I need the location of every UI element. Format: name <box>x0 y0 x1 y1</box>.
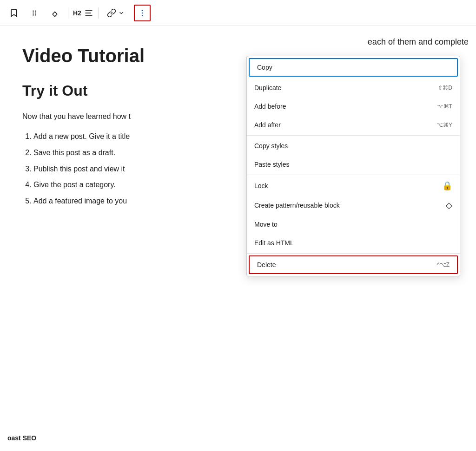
delete-shortcut: ^⌥Z <box>437 261 450 268</box>
svg-point-11 <box>142 15 143 16</box>
separator-1 <box>68 7 68 19</box>
top-right-text: each of them and complete <box>360 33 476 51</box>
menu-item-copy[interactable]: Copy <box>249 58 458 77</box>
link-icon <box>107 8 116 18</box>
bookmark-button[interactable] <box>6 5 22 21</box>
duplicate-label: Duplicate <box>254 84 281 92</box>
menu-item-duplicate[interactable]: Duplicate ⇧⌘D <box>247 78 460 97</box>
delete-label: Delete <box>257 261 276 268</box>
add-before-shortcut: ⌥⌘T <box>437 103 452 110</box>
svg-point-10 <box>142 12 143 13</box>
add-after-label: Add after <box>254 121 281 129</box>
create-pattern-label: Create pattern/reusable block <box>254 202 340 209</box>
menu-item-add-before[interactable]: Add before ⌥⌘T <box>247 97 460 116</box>
bottom-plugin-label: oast SEO <box>0 431 44 445</box>
move-up-down-button[interactable] <box>46 5 63 21</box>
menu-item-lock[interactable]: Lock 🔒 <box>247 176 460 196</box>
diamond-icon: ◇ <box>446 200 452 210</box>
separator-2 <box>98 7 99 19</box>
up-down-arrows-icon <box>50 8 60 18</box>
menu-item-move-to[interactable]: Move to <box>247 215 460 234</box>
menu-item-delete[interactable]: Delete ^⌥Z <box>249 255 458 274</box>
divider-3 <box>247 253 460 254</box>
svg-point-1 <box>35 10 36 12</box>
move-to-label: Move to <box>254 221 278 228</box>
svg-point-4 <box>33 14 34 15</box>
menu-item-add-after[interactable]: Add after ⌥⌘Y <box>247 116 460 134</box>
duplicate-shortcut: ⇧⌘D <box>438 85 452 91</box>
heading-type-indicator: H2 <box>73 8 93 18</box>
add-after-shortcut: ⌥⌘Y <box>436 122 452 128</box>
link-button[interactable] <box>103 5 128 21</box>
paste-styles-label: Paste styles <box>254 161 289 168</box>
block-toolbar: H2 <box>0 0 476 26</box>
svg-point-2 <box>33 12 34 13</box>
copy-label: Copy <box>257 64 272 71</box>
bookmark-icon <box>9 8 19 18</box>
add-before-label: Add before <box>254 103 286 110</box>
three-dots-vertical-icon <box>138 8 147 18</box>
svg-point-9 <box>142 9 143 11</box>
lock-label: Lock <box>254 182 268 190</box>
copy-styles-label: Copy styles <box>254 142 288 150</box>
lock-icon: 🔒 <box>442 181 452 191</box>
svg-point-0 <box>33 10 34 12</box>
menu-item-paste-styles[interactable]: Paste styles <box>247 155 460 174</box>
drag-icon <box>30 8 39 18</box>
chevron-down-icon <box>118 10 125 16</box>
edit-html-label: Edit as HTML <box>254 239 294 247</box>
menu-item-copy-styles[interactable]: Copy styles <box>247 137 460 155</box>
context-menu: Copy Duplicate ⇧⌘D Add before ⌥⌘T Add af… <box>246 56 460 276</box>
more-options-button[interactable] <box>134 5 151 21</box>
divider-2 <box>247 175 460 175</box>
menu-item-edit-html[interactable]: Edit as HTML <box>247 234 460 252</box>
drag-handle-button[interactable] <box>26 5 43 21</box>
divider-1 <box>247 135 460 136</box>
heading-align-icon <box>84 8 93 18</box>
svg-point-5 <box>35 14 36 15</box>
svg-point-3 <box>35 12 36 13</box>
menu-item-create-pattern[interactable]: Create pattern/reusable block ◇ <box>247 196 460 215</box>
